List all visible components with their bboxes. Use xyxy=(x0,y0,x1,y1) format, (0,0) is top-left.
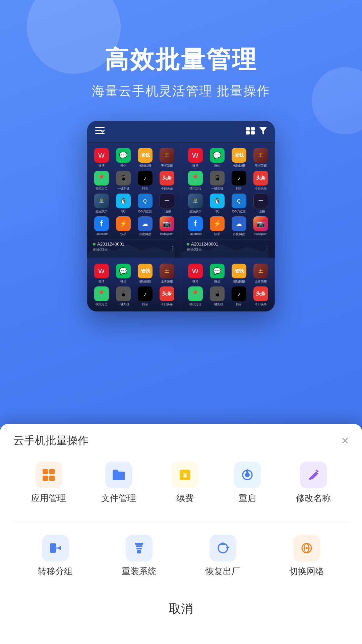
sheet-actions-row2: 转移分组 重装系统 恢复出厂 xyxy=(13,535,349,577)
action-file-manage[interactable]: 文件管理 xyxy=(101,462,136,504)
phone-card-1[interactable]: W 微博 💬 微信 省钱 省钱快报 王 王者荣耀 � xyxy=(87,142,181,258)
sheet-title: 云手机批量操作 xyxy=(13,433,88,448)
action-file-manage-label: 文件管理 xyxy=(101,492,136,504)
app-wechat-1[interactable]: 💬 微信 xyxy=(113,148,133,168)
app-screenshot-1[interactable]: 📱 一键新机 xyxy=(113,171,133,191)
action-factory-reset[interactable]: 恢复出厂 xyxy=(205,535,240,577)
renew-icon: ¥ xyxy=(172,462,198,488)
app-qqbrowser-2[interactable]: Q QQ浏览器 xyxy=(229,194,249,214)
app-tiktok-2[interactable]: ♪ 抖音 xyxy=(229,171,249,191)
app-location-4[interactable]: 📍 模拟定位 xyxy=(185,286,205,307)
app-manage-icon xyxy=(35,462,62,488)
page-subtitle: 海量云手机灵活管理 批量操作 xyxy=(0,83,362,100)
action-move-group[interactable]: 转移分组 xyxy=(38,535,73,577)
app-battle-2[interactable]: 皇 皇室战争 xyxy=(185,194,205,214)
svg-point-15 xyxy=(245,473,250,477)
svg-text:¥: ¥ xyxy=(183,471,187,479)
svg-rect-18 xyxy=(50,543,56,553)
app-screenshot-2[interactable]: 📱 一键新机 xyxy=(207,171,227,191)
app-kuaishou-2[interactable]: ⚡ 快手 xyxy=(207,216,227,236)
sheet-header: 云手机批量操作 × xyxy=(13,433,349,448)
svg-rect-3 xyxy=(246,127,250,130)
action-rename-label: 修改名称 xyxy=(296,492,331,504)
phone-card-4[interactable]: W 微博 💬 微信 省钱 省钱快报 王 王者荣耀 📍 xyxy=(181,258,275,312)
action-app-manage-label: 应用管理 xyxy=(31,492,66,504)
app-weibo-1[interactable]: W 微博 xyxy=(92,148,111,168)
app-game-4[interactable]: 王 王者荣耀 xyxy=(251,264,270,284)
action-move-group-label: 转移分组 xyxy=(38,566,73,577)
app-baidu-1[interactable]: ☁ 百度网盘 xyxy=(135,216,155,236)
app-wechat-4[interactable]: 💬 微信 xyxy=(207,264,227,284)
app-yizhibo-1[interactable]: 一 一直播 xyxy=(157,194,177,214)
svg-rect-22 xyxy=(137,550,141,553)
app-sq-3[interactable]: 省钱 省钱快报 xyxy=(135,264,155,284)
app-toutiao-4[interactable]: 头条 今日头条 xyxy=(251,286,270,307)
action-reinstall[interactable]: 重装系统 xyxy=(122,535,157,577)
restart-icon xyxy=(234,462,261,488)
app-wechat-3[interactable]: 💬 微信 xyxy=(113,264,133,284)
phone-topbar xyxy=(87,121,275,142)
cancel-button[interactable]: 取消 xyxy=(13,594,349,624)
phone-mockup: W 微博 💬 微信 省钱 省钱快报 王 王者荣耀 � xyxy=(87,121,275,312)
topbar-grid-icon[interactable] xyxy=(246,127,255,136)
app-yizhibo-2[interactable]: 一 一直播 xyxy=(251,194,270,214)
action-switch-network[interactable]: 切换网络 xyxy=(289,535,324,577)
app-instagram-2[interactable]: 📷 Instagram xyxy=(251,216,270,236)
app-qq-2[interactable]: 🐧 QQ xyxy=(207,194,227,214)
app-game-2[interactable]: 王 王者荣耀 xyxy=(251,148,270,168)
app-kuaishou-1[interactable]: ⚡ 快手 xyxy=(113,216,133,236)
app-weibo-2[interactable]: W 微博 xyxy=(185,148,205,168)
app-screenshot-4[interactable]: 📱 一键新机 xyxy=(207,286,227,307)
app-qq-1[interactable]: 🐧 QQ xyxy=(113,194,133,214)
app-sq-2[interactable]: 省钱 省钱快报 xyxy=(229,148,249,168)
svg-rect-6 xyxy=(251,131,255,135)
action-renew[interactable]: ¥ 续费 xyxy=(172,462,198,504)
app-qqbrowser-1[interactable]: Q QQ浏览器 xyxy=(135,194,155,214)
svg-rect-19 xyxy=(135,543,143,545)
app-location-3[interactable]: 📍 模拟定位 xyxy=(92,286,111,307)
action-app-manage[interactable]: 应用管理 xyxy=(31,462,66,504)
app-toutiao-2[interactable]: 头条 今日头条 xyxy=(251,171,270,191)
sheet-close-button[interactable]: × xyxy=(342,435,349,447)
app-toutiao-3[interactable]: 头条 今日头条 xyxy=(157,286,177,307)
phone-card-2[interactable]: W 微博 💬 微信 省钱 省钱快报 王 王者荣耀 📍 xyxy=(181,142,275,258)
svg-marker-7 xyxy=(259,127,267,135)
app-sq-1[interactable]: 省钱 省钱快报 xyxy=(135,148,155,168)
app-weibo-4[interactable]: W 微博 xyxy=(185,264,205,284)
app-game-1[interactable]: 王 王者荣耀 xyxy=(157,148,177,168)
app-battle-1[interactable]: 皇 皇室战争 xyxy=(92,194,111,214)
app-wechat-2[interactable]: 💬 微信 xyxy=(207,148,227,168)
app-weibo-3[interactable]: W 微博 xyxy=(92,264,111,284)
app-tiktok-4[interactable]: ♪ 抖音 xyxy=(229,286,249,307)
action-restart-label: 重启 xyxy=(239,492,256,504)
topbar-filter-icon[interactable] xyxy=(259,127,267,136)
svg-rect-2 xyxy=(95,133,105,134)
phone-card-grid: W 微博 💬 微信 省钱 省钱快报 王 王者荣耀 � xyxy=(87,142,275,312)
action-renew-label: 续费 xyxy=(176,492,194,504)
app-location-1[interactable]: 📍 模拟定位 xyxy=(92,171,111,191)
svg-rect-0 xyxy=(95,127,105,128)
app-baidu-2[interactable]: ☁ 百度网盘 xyxy=(229,216,249,236)
action-factory-reset-label: 恢复出厂 xyxy=(205,566,240,577)
app-game-3[interactable]: 王 王者荣耀 xyxy=(157,264,177,284)
svg-rect-5 xyxy=(246,131,250,135)
app-facebook-2[interactable]: f FaceBook xyxy=(185,216,205,236)
svg-rect-21 xyxy=(136,548,142,549)
phone-card-3[interactable]: W 微博 💬 微信 省钱 省钱快报 王 王者荣耀 📍 xyxy=(87,258,181,312)
app-tiktok-3[interactable]: ♪ 抖音 xyxy=(135,286,155,307)
action-rename[interactable]: 修改名称 xyxy=(296,462,331,504)
svg-rect-16 xyxy=(246,469,248,473)
svg-rect-4 xyxy=(251,127,255,130)
topbar-menu-icon[interactable] xyxy=(95,127,105,136)
app-toutiao-1[interactable]: 头条 今日头条 xyxy=(157,171,177,191)
action-restart[interactable]: 重启 xyxy=(234,462,261,504)
app-location-2[interactable]: 📍 模拟定位 xyxy=(185,171,205,191)
app-screenshot-3[interactable]: 📱 一键新机 xyxy=(113,286,133,307)
app-instagram-1[interactable]: 📷 Instagram xyxy=(157,216,177,236)
app-facebook-1[interactable]: f FaceBook xyxy=(92,216,111,236)
app-sq-4[interactable]: 省钱 省钱快报 xyxy=(229,264,249,284)
sheet-actions-row1: 应用管理 文件管理 ¥ 续费 xyxy=(13,462,349,504)
rename-icon xyxy=(300,462,327,488)
svg-rect-11 xyxy=(49,476,55,481)
app-tiktok-1[interactable]: ♪ 抖音 xyxy=(135,171,155,191)
